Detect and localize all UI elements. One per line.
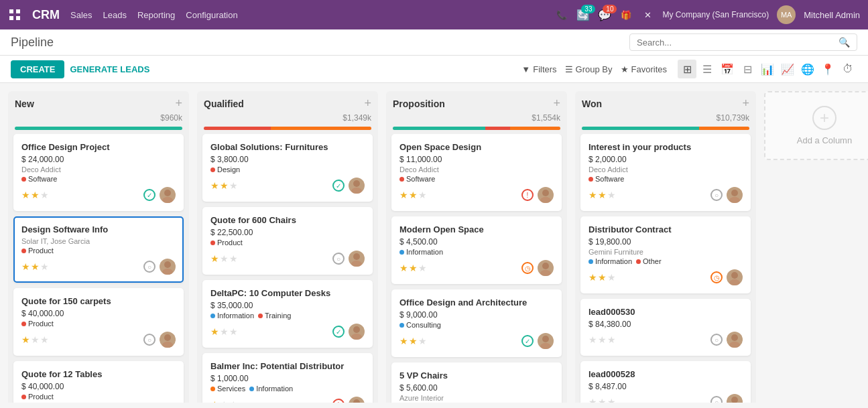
card-footer: ★★★ ✓: [210, 324, 365, 340]
search-input[interactable]: [637, 38, 839, 48]
card-footer-right: ◷: [521, 260, 554, 276]
card-avatar: [727, 187, 743, 203]
card-amount: $ 1,000.00: [210, 374, 365, 383]
column-add-won[interactable]: +: [742, 96, 749, 111]
card-avatar: [160, 332, 176, 348]
card-q4[interactable]: Balmer Inc: Potential Distributor $ 1,00…: [202, 353, 373, 403]
card-footer-right: ✓: [521, 333, 554, 349]
group-by-button[interactable]: ☰ Group By: [565, 64, 613, 74]
card-w3[interactable]: lead000530 $ 84,380.00 ★★★ ○: [580, 299, 751, 356]
list-view-button[interactable]: ☰: [698, 60, 717, 78]
star-0: ★: [210, 326, 219, 337]
favorites-button[interactable]: ★ Favorites: [621, 64, 667, 74]
menu-leads[interactable]: Leads: [103, 10, 127, 20]
kanban-view-button[interactable]: ⊞: [678, 60, 696, 78]
map-view-button[interactable]: 🌐: [798, 60, 817, 78]
phone-icon[interactable]: 📞: [555, 8, 568, 21]
star-2: ★: [40, 334, 49, 345]
card-stars[interactable]: ★★★: [399, 263, 427, 273]
card-stars[interactable]: ★★★: [21, 190, 49, 200]
card-stars[interactable]: ★★★: [588, 334, 616, 345]
card-w2[interactable]: Distributor Contract $ 19,800.00 Gemini …: [580, 216, 751, 293]
table-view-button[interactable]: ⊟: [738, 60, 757, 78]
cards-container-new: Office Design Project $ 24,000.00 Deco A…: [8, 134, 189, 403]
card-c3[interactable]: Quote for 150 carpets $ 40,000.00 Produc…: [13, 288, 184, 356]
generate-leads-button[interactable]: GENERATE LEADS: [70, 64, 149, 74]
card-p1[interactable]: Open Space Design $ 11,000.00 Deco Addic…: [391, 134, 562, 211]
card-stars[interactable]: ★★★: [399, 190, 427, 200]
bar-chart-button[interactable]: 📈: [778, 60, 797, 78]
column-qualified: Qualified + $1,349k Global Solutions: Fu…: [197, 91, 378, 403]
star-0: ★: [399, 263, 408, 273]
star-0: ★: [588, 334, 597, 345]
star-0: ★: [588, 190, 597, 200]
card-stars[interactable]: ★★★: [588, 190, 616, 200]
card-stars[interactable]: ★★★: [21, 334, 49, 345]
card-c1[interactable]: Office Design Project $ 24,000.00 Deco A…: [13, 134, 184, 211]
status-circle: ○: [143, 334, 156, 346]
card-footer: ★★★ ◷: [399, 260, 554, 276]
svg-point-12: [353, 180, 360, 187]
chart-view-button[interactable]: 📊: [758, 60, 777, 78]
chat-area[interactable]: 💬 10: [598, 9, 611, 21]
tag-other: Other: [636, 257, 662, 265]
activity-view-button[interactable]: ⏱: [839, 60, 857, 78]
clock-area[interactable]: 🔄 33: [576, 9, 590, 21]
card-c2[interactable]: Design Software Info Solar IT, Jose Garc…: [13, 216, 184, 283]
card-footer-right: ✓: [332, 178, 365, 194]
pin-view-button[interactable]: 📍: [818, 60, 837, 78]
card-q2[interactable]: Quote for 600 Chairs $ 22,500.00 Product…: [202, 207, 373, 275]
card-stars[interactable]: ★★★: [210, 399, 238, 403]
card-stars[interactable]: ★★★: [588, 272, 616, 283]
card-c4[interactable]: Quote for 12 Tables $ 40,000.00 Product …: [13, 361, 184, 403]
app-grid-icon[interactable]: [8, 8, 21, 21]
card-stars[interactable]: ★★★: [210, 253, 238, 264]
card-title: DeltaPC: 10 Computer Desks: [210, 288, 365, 298]
svg-point-18: [353, 399, 360, 403]
card-p4[interactable]: 5 VP Chairs $ 5,600.00 Azure Interior Se…: [391, 362, 562, 403]
create-button[interactable]: CREATE: [11, 60, 64, 78]
card-amount: $ 4,500.00: [399, 237, 554, 247]
card-stars[interactable]: ★★★: [21, 261, 49, 272]
column-add-qualified[interactable]: +: [364, 96, 371, 111]
card-q3[interactable]: DeltaPC: 10 Computer Desks $ 35,000.00 I…: [202, 280, 373, 348]
card-w4[interactable]: lead000528 $ 8,487.00 ★★★ ○: [580, 361, 751, 403]
card-p2[interactable]: Modern Open Space $ 4,500.00 Information…: [391, 216, 562, 284]
card-stars[interactable]: ★★★: [210, 180, 238, 191]
star-2: ★: [418, 336, 427, 346]
close-icon[interactable]: ✕: [641, 8, 654, 21]
column-new: New + $960k Office Design Project $ 24,0…: [8, 91, 189, 403]
card-stars[interactable]: ★★★: [588, 397, 616, 403]
user-avatar[interactable]: MA: [777, 5, 796, 24]
svg-point-14: [353, 253, 360, 260]
calendar-view-button[interactable]: 📅: [718, 60, 737, 78]
tag-information: Information: [399, 248, 443, 256]
card-w1[interactable]: Interest in your products $ 2,000.00 Dec…: [580, 134, 751, 211]
status-alert: !: [521, 189, 534, 201]
column-add-proposition[interactable]: +: [553, 96, 560, 111]
menu-reporting[interactable]: Reporting: [137, 10, 175, 20]
tag-information: Information: [588, 257, 632, 265]
card-avatar: [727, 332, 743, 348]
column-add-new[interactable]: +: [175, 96, 182, 111]
search-bar[interactable]: 🔍: [629, 33, 857, 51]
card-q1[interactable]: Global Solutions: Furnitures $ 3,800.00 …: [202, 134, 373, 202]
card-p3[interactable]: Office Design and Architecture $ 9,000.0…: [391, 289, 562, 357]
star-1: ★: [220, 253, 229, 264]
filters-button[interactable]: ▼ Filters: [521, 64, 556, 74]
tag-software: Software: [399, 175, 435, 183]
gift-icon[interactable]: 🎁: [619, 8, 633, 21]
app-title: CRM: [32, 8, 60, 22]
tag-services: Services: [210, 385, 245, 393]
tag-information: Information: [210, 312, 254, 320]
star-1: ★: [598, 334, 607, 345]
card-stars[interactable]: ★★★: [210, 326, 238, 337]
add-column[interactable]: + Add a Column: [764, 91, 868, 160]
menu-sales[interactable]: Sales: [70, 10, 92, 20]
star-1: ★: [409, 190, 418, 200]
menu-configuration[interactable]: Configuration: [186, 10, 237, 20]
star-icon: ★: [621, 64, 629, 74]
card-stars[interactable]: ★★★: [399, 336, 427, 346]
card-footer-right: ◷: [710, 269, 743, 285]
svg-point-6: [164, 261, 171, 268]
